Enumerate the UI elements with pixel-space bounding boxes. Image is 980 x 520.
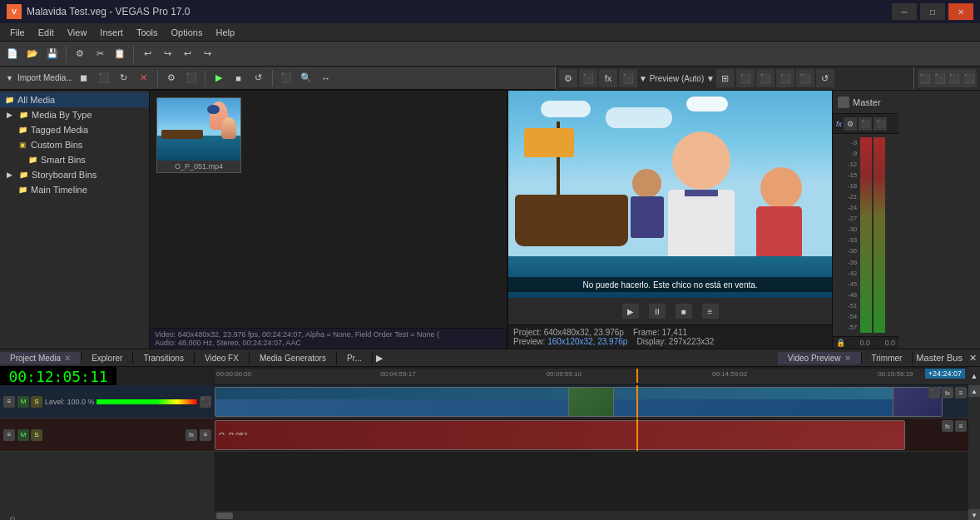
undo2-button[interactable]: ↩ — [178, 45, 196, 63]
vscroll-up[interactable]: ▲ — [968, 385, 980, 397]
minimize-button[interactable]: ─ — [892, 3, 917, 20]
tree-item-custom-bins[interactable]: ▣ Custom Bins — [0, 137, 149, 152]
preview-menu[interactable]: ≡ — [702, 304, 719, 319]
stop-button[interactable]: ■ — [230, 69, 248, 87]
track-mute-btn[interactable]: M — [17, 396, 29, 408]
properties-button[interactable]: ⚙ — [71, 45, 89, 63]
menu-help[interactable]: Help — [209, 26, 241, 39]
prev-btn2[interactable]: ⬛ — [619, 69, 637, 87]
media-info-bar: Video: 640x480x32, 23.976 fps, 00:24:24:… — [150, 328, 507, 349]
menu-edit[interactable]: Edit — [32, 26, 61, 39]
prev-grid[interactable]: ⊞ — [716, 69, 735, 87]
tree-item-tagged-media[interactable]: 📁 Tagged Media — [0, 122, 149, 137]
video-right-btn3[interactable]: ≡ — [955, 387, 967, 399]
tree-item-all-media[interactable]: 📁 All Media — [0, 92, 149, 107]
master-fx-btn2[interactable]: ⬛ — [859, 117, 872, 131]
preview-pause[interactable]: ⏸ — [649, 304, 666, 319]
tab-transitions[interactable]: Transitions — [133, 352, 195, 364]
tab-media-generators[interactable]: Media Generators — [250, 352, 337, 364]
prev-fx[interactable]: fx — [599, 69, 617, 87]
tab-project-media-close[interactable]: ✕ — [64, 354, 71, 363]
separator — [157, 70, 158, 87]
master-fx-btn3[interactable]: ⬛ — [874, 117, 887, 131]
save-button[interactable]: 💾 — [43, 45, 62, 63]
master-tb1[interactable]: ⬛ — [918, 69, 933, 87]
copy-button[interactable]: 📋 — [111, 45, 129, 63]
audio-fx-btn[interactable]: fx — [186, 429, 197, 441]
zoom2-btn[interactable]: ↔ — [317, 69, 335, 87]
audio-mute-btn[interactable]: M — [17, 429, 29, 441]
menu-tools[interactable]: Tools — [130, 26, 165, 39]
menu-file[interactable]: File — [3, 26, 32, 39]
menu-view[interactable]: View — [61, 26, 94, 39]
prev-btn4[interactable]: ⬛ — [756, 69, 775, 87]
redo2-button[interactable]: ↪ — [198, 45, 216, 63]
redo-button[interactable]: ↪ — [158, 45, 176, 63]
track-collapse-btn[interactable]: ≡ — [3, 396, 15, 408]
master-tb3[interactable]: ⬛ — [948, 69, 963, 87]
tab-pr[interactable]: Pr... — [337, 352, 373, 364]
close-button[interactable]: ✕ — [948, 3, 973, 20]
open-button[interactable]: 📂 — [23, 45, 42, 63]
tb2-settings[interactable]: ⚙ — [162, 69, 181, 87]
view-btn[interactable]: ⬛ — [277, 69, 295, 87]
prev-btn7[interactable]: ↺ — [816, 69, 834, 87]
audio-solo-btn[interactable]: S — [31, 429, 42, 441]
zoom-btn[interactable]: 🔍 — [297, 69, 315, 87]
vscroll-down[interactable]: ▼ — [968, 509, 980, 520]
master-tb2[interactable]: ⬛ — [933, 69, 948, 87]
undo-button[interactable]: ↩ — [138, 45, 156, 63]
prev-btn5[interactable]: ⬛ — [776, 69, 794, 87]
track-expand-btn[interactable]: ⬛ — [200, 396, 211, 408]
tb2-btn3[interactable]: ↻ — [115, 69, 133, 87]
tree-item-media-by-type[interactable]: ▶ 📁 Media By Type — [0, 107, 149, 122]
tb2-btn5[interactable]: ⬛ — [182, 69, 200, 87]
audio-track-expand-btn[interactable]: ≡ — [200, 429, 211, 441]
audio-right-btn1[interactable]: fx — [942, 420, 953, 432]
video-right-btn1[interactable]: ⬛ — [928, 387, 940, 399]
tabs-scroll-right[interactable]: ▶ — [373, 352, 386, 364]
cut-button[interactable]: ✂ — [91, 45, 109, 63]
master-tb4[interactable]: ⬛ — [962, 69, 977, 87]
maximize-button[interactable]: □ — [920, 3, 945, 20]
new-button[interactable]: 📄 — [3, 45, 22, 63]
timeline-scroll-up[interactable]: ▲ — [968, 367, 980, 385]
tab-project-media[interactable]: Project Media ✕ — [0, 352, 82, 364]
prev-btn6[interactable]: ⬛ — [796, 69, 814, 87]
loop-button[interactable]: ↺ — [250, 69, 268, 87]
media-thumbnail[interactable]: O_P_051.mp4 — [156, 97, 241, 173]
prev-settings[interactable]: ⚙ — [559, 69, 577, 87]
cloud-2 — [606, 107, 672, 128]
tree-item-smart-bins[interactable]: 📁 Smart Bins — [0, 152, 149, 167]
tree-item-storyboard-bins[interactable]: ▶ 📁 Storyboard Bins — [0, 167, 149, 182]
audio-right-btn2[interactable]: ≡ — [955, 420, 967, 432]
video-right-btn2[interactable]: fx — [942, 387, 953, 399]
tab-video-fx[interactable]: Video FX — [195, 352, 250, 364]
tb2-btn2[interactable]: ⬛ — [95, 69, 113, 87]
tab-video-preview-close[interactable]: ✕ — [844, 354, 851, 363]
tab-video-preview[interactable]: Video Preview ✕ — [778, 352, 862, 364]
preview-stop[interactable]: ■ — [676, 304, 692, 319]
menu-insert[interactable]: Insert — [93, 26, 130, 39]
audio-clip-main[interactable]: O_P 051 — [215, 420, 905, 450]
prev-btn3[interactable]: ⬛ — [736, 69, 755, 87]
tab-trimmer[interactable]: Trimmer — [862, 352, 913, 364]
track-solo-btn[interactable]: S — [31, 396, 42, 408]
menu-options[interactable]: Options — [165, 26, 210, 39]
tree-item-main-timeline[interactable]: 📁 Main Timeline — [0, 182, 149, 197]
audio-track-collapse-btn[interactable]: ≡ — [3, 429, 15, 441]
preview-play[interactable]: ▶ — [622, 304, 639, 319]
tb2-btn4[interactable]: ✕ — [135, 69, 153, 87]
master-bus-close[interactable]: ✕ — [966, 352, 980, 364]
hscroll-thumb[interactable] — [216, 513, 233, 519]
play-button[interactable]: ▶ — [210, 69, 228, 87]
tb2-btn1[interactable]: ◼ — [75, 69, 93, 87]
import-button[interactable]: ▼ — [3, 69, 16, 87]
tab-explorer[interactable]: Explorer — [82, 352, 133, 364]
prev-btn1[interactable]: ⬛ — [579, 69, 597, 87]
timeline-hscroll[interactable] — [215, 511, 968, 520]
video-clip-main[interactable]: O_P 051 — [215, 387, 905, 417]
master-fx-btn1[interactable]: ⚙ — [844, 117, 857, 131]
video-clip-small-1[interactable] — [568, 387, 614, 417]
char-head — [672, 131, 730, 190]
